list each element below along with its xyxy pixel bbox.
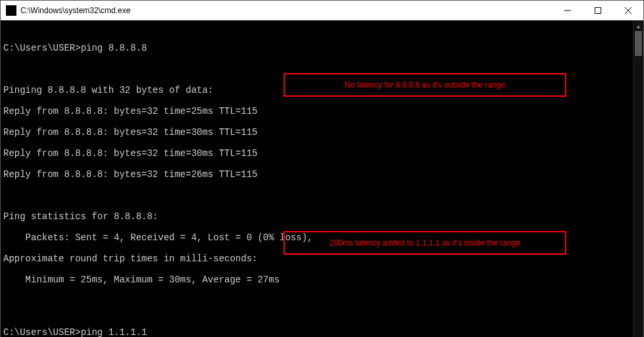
scroll-up-arrow[interactable]: ▴ [633,20,643,31]
window-title: C:\Windows\system32\cmd.exe [20,6,553,15]
command-text: ping 1.1.1.1 [81,327,147,337]
annotation-text: 200ms latency added to 1.1.1.1 as it's i… [330,238,520,248]
annotation-box-1: No latency for 8.8.8.8 as it's outside t… [284,73,566,97]
window-controls [553,1,643,20]
titlebar: C:\Windows\system32\cmd.exe [1,1,643,20]
terminal-area: C:\Users\USER>ping 8.8.8.8 Pinging 8.8.8… [1,20,643,337]
maximize-button[interactable] [583,1,613,20]
svg-rect-1 [595,7,601,13]
term-line: C:\Users\USER>ping 1.1.1.1 [3,317,630,337]
cmd-icon [6,5,16,16]
term-blank [3,296,630,306]
annotation-box-2: 200ms latency added to 1.1.1.1 as it's i… [284,231,566,255]
term-line: Reply from 8.8.8.8: bytes=32 time=30ms T… [3,148,630,159]
prompt: C:\Users\USER> [3,327,81,337]
vertical-scrollbar[interactable]: ▴ [633,20,643,337]
term-line: Reply from 8.8.8.8: bytes=32 time=26ms T… [3,169,630,180]
minimize-button[interactable] [553,1,583,20]
term-line: Minimum = 25ms, Maximum = 30ms, Average … [3,274,630,285]
cmd-window: C:\Windows\system32\cmd.exe C:\Users\USE… [0,0,644,337]
term-line: Approximate round trip times in milli-se… [3,253,630,264]
term-line: Reply from 8.8.8.8: bytes=32 time=30ms T… [3,127,630,138]
annotation-text: No latency for 8.8.8.8 as it's outside t… [345,80,505,90]
terminal[interactable]: C:\Users\USER>ping 8.8.8.8 Pinging 8.8.8… [1,20,633,337]
scrollbar-thumb[interactable] [635,31,642,56]
term-line: Ping statistics for 8.8.8.8: [3,211,630,222]
term-blank [3,190,630,201]
term-line: C:\Users\USER>ping 8.8.8.8 [3,32,630,53]
command-text: ping 8.8.8.8 [81,43,147,53]
prompt: C:\Users\USER> [3,43,81,53]
term-line: Reply from 8.8.8.8: bytes=32 time=25ms T… [3,106,630,117]
close-button[interactable] [613,1,643,20]
